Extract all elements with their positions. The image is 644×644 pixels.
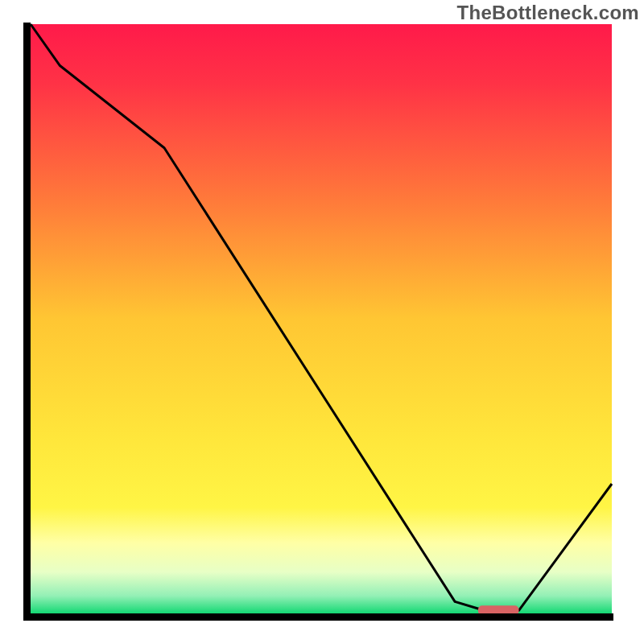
watermark-text: TheBottleneck.com	[457, 2, 639, 24]
chart-svg	[0, 0, 644, 644]
bottleneck-chart: TheBottleneck.com	[0, 0, 644, 644]
